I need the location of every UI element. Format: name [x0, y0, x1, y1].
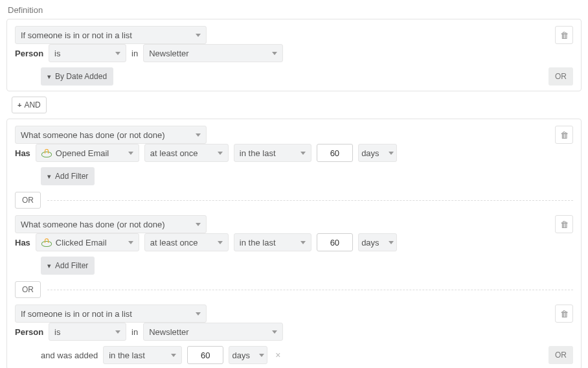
caret-down-icon — [389, 241, 394, 244]
event-select[interactable]: Clicked Email — [36, 233, 139, 251]
filter-icon: ▾ — [47, 172, 51, 181]
timeframe-label: in the last — [240, 148, 276, 158]
frequency-select[interactable]: at least once — [144, 144, 229, 162]
or-button[interactable]: OR — [548, 67, 573, 86]
filter-icon: ▾ — [47, 262, 51, 270]
delete-condition-button[interactable]: 🗑 — [555, 305, 573, 323]
remove-date-filter-button[interactable]: × — [273, 350, 283, 360]
condition-type-label: What someone has done (or not done) — [21, 130, 165, 140]
divider — [47, 290, 573, 290]
add-filter-label: Add Filter — [55, 261, 88, 270]
list-select[interactable]: Newsletter — [143, 44, 283, 62]
caret-down-icon — [115, 330, 120, 334]
or-button[interactable]: OR — [548, 346, 573, 364]
or-connector[interactable]: OR — [15, 281, 41, 298]
timeframe-select[interactable]: in the last — [234, 144, 311, 162]
caret-down-icon — [196, 312, 201, 316]
add-filter-label: Add Filter — [55, 172, 88, 181]
added-timeframe-select[interactable]: in the last — [103, 346, 182, 364]
count-input[interactable] — [317, 144, 353, 162]
condition-type-select[interactable]: If someone is in or not in a list — [15, 26, 207, 44]
by-date-added-button[interactable]: ▾ By Date Added — [41, 67, 113, 86]
filter-icon: ▾ — [47, 73, 51, 81]
caret-down-icon — [196, 34, 201, 37]
caret-down-icon — [128, 241, 133, 244]
and-was-added-label: and was added — [41, 351, 98, 360]
person-op-select[interactable]: is — [49, 44, 126, 62]
count-input[interactable] — [317, 233, 353, 251]
trash-icon: 🗑 — [560, 30, 569, 40]
list-name-label: Newsletter — [149, 327, 188, 337]
or-connector[interactable]: OR — [15, 192, 41, 209]
unit-label: days — [232, 351, 249, 360]
condition-group-2: What someone has done (or not done) 🗑 Ha… — [6, 119, 582, 368]
has-label: Has — [15, 238, 30, 247]
unit-label: days — [361, 238, 379, 247]
trash-icon: 🗑 — [560, 130, 569, 140]
condition-type-select[interactable]: What someone has done (or not done) — [15, 126, 207, 144]
frequency-select[interactable]: at least once — [144, 233, 229, 251]
section-title: Definition — [6, 5, 582, 15]
caret-down-icon — [171, 354, 176, 357]
has-label: Has — [15, 148, 30, 158]
condition-type-select[interactable]: If someone is in or not in a list — [15, 305, 207, 323]
caret-down-icon — [128, 152, 133, 155]
added-count-input[interactable] — [187, 346, 223, 364]
caret-down-icon — [300, 152, 306, 155]
added-timeframe-label: in the last — [109, 351, 145, 360]
add-and-button[interactable]: + AND — [12, 97, 47, 113]
person-op-label: is — [54, 327, 60, 337]
unit-select[interactable]: days — [358, 233, 397, 251]
add-filter-button[interactable]: ▾ Add Filter — [41, 257, 95, 275]
person-op-label: is — [54, 49, 60, 58]
by-date-added-label: By Date Added — [55, 72, 107, 81]
delete-condition-button[interactable]: 🗑 — [555, 126, 573, 144]
condition-type-select[interactable]: What someone has done (or not done) — [15, 215, 207, 233]
unit-select[interactable]: days — [358, 144, 397, 162]
caret-down-icon — [218, 152, 223, 155]
in-label: in — [131, 327, 138, 337]
caret-down-icon — [300, 241, 306, 244]
trash-icon: 🗑 — [560, 309, 569, 319]
condition-type-label: If someone is in or not in a list — [21, 30, 132, 40]
caret-down-icon — [196, 133, 201, 137]
list-select[interactable]: Newsletter — [143, 323, 283, 341]
and-label: AND — [24, 100, 40, 109]
person-label: Person — [15, 327, 43, 337]
add-filter-button[interactable]: ▾ Add Filter — [41, 167, 95, 185]
opened-email-icon — [41, 149, 52, 157]
caret-down-icon — [196, 223, 201, 226]
delete-condition-button[interactable]: 🗑 — [555, 215, 573, 233]
caret-down-icon — [115, 52, 120, 55]
event-label: Clicked Email — [56, 238, 107, 247]
caret-down-icon — [218, 241, 223, 244]
event-label: Opened Email — [56, 148, 109, 158]
caret-down-icon — [389, 152, 394, 155]
added-unit-select[interactable]: days — [229, 346, 267, 364]
person-op-select[interactable]: is — [49, 323, 126, 341]
condition-type-label: If someone is in or not in a list — [21, 309, 132, 319]
delete-condition-button[interactable]: 🗑 — [555, 26, 573, 44]
person-label: Person — [15, 49, 43, 58]
event-select[interactable]: Opened Email — [36, 144, 139, 162]
condition-group-1: If someone is in or not in a list 🗑 Pers… — [6, 19, 582, 91]
caret-down-icon — [259, 354, 264, 357]
list-name-label: Newsletter — [149, 49, 188, 58]
frequency-label: at least once — [150, 238, 198, 247]
clicked-email-icon — [41, 238, 52, 246]
timeframe-label: in the last — [240, 238, 276, 247]
trash-icon: 🗑 — [560, 220, 569, 229]
caret-down-icon — [272, 330, 277, 334]
caret-down-icon — [272, 52, 277, 55]
condition-type-label: What someone has done (or not done) — [21, 220, 165, 229]
unit-label: days — [361, 148, 379, 158]
frequency-label: at least once — [150, 148, 198, 158]
plus-icon: + — [17, 101, 21, 109]
divider — [47, 200, 573, 201]
timeframe-select[interactable]: in the last — [234, 233, 311, 251]
in-label: in — [131, 49, 138, 58]
